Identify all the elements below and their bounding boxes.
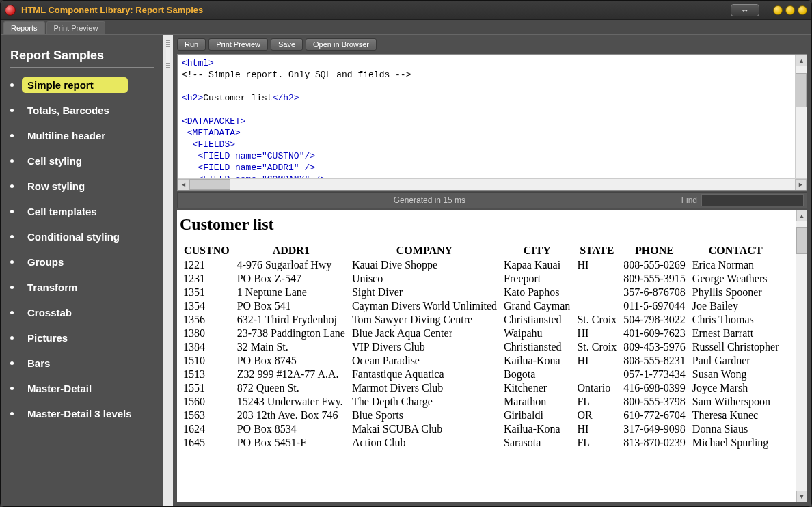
sidebar-item[interactable]: Transform [10,279,154,295]
bullet-icon [10,134,14,137]
cell: St. Croix [573,340,620,354]
cell: 1624 [180,422,234,436]
cell: 4-976 Sugarloaf Hwy [234,258,349,272]
cell: 011-5-697044 [620,299,689,313]
cell: Makai SCUBA Club [349,422,500,436]
sidebar-item[interactable]: Groups [10,254,154,270]
table-row: 1510PO Box 8745Ocean ParadiseKailua-Kona… [180,354,783,368]
sidebar-item-label: Master-Detail 3 levels [22,406,137,422]
tab-print-preview[interactable]: Print Preview [46,21,106,34]
cell: 1510 [180,354,234,368]
vscroll-thumb[interactable] [796,73,807,107]
tabbar: Reports Print Preview [1,20,811,35]
sidebar-item[interactable]: Row styling [10,178,154,194]
table-row: 1356632-1 Third FrydenhojTom Sawyer Divi… [180,313,783,327]
cell: HI [573,258,620,272]
cell: Blue Sports [349,409,500,422]
cell: 1 Neptune Lane [234,286,349,299]
cell: Cayman Divers World Unlimited [349,299,500,313]
sidebar-item-label: Cell templates [22,204,103,219]
sidebar-item[interactable]: Bars [10,355,154,371]
code-vscroll[interactable]: ▲ [795,55,807,178]
sidebar-item[interactable]: Cell styling [10,153,154,169]
cell: PO Box 5451-F [234,436,349,450]
table-row: 138432 Main St.VIP Divers ClubChristians… [180,340,783,354]
table-row: 12214-976 Sugarloaf HwyKauai Dive Shoppe… [180,258,783,272]
find-input[interactable] [701,194,804,206]
cell: Joe Bailey [689,299,783,313]
bullet-icon [10,311,14,314]
sidebar-item[interactable]: Crosstab [10,305,154,320]
close-icon[interactable] [798,5,807,15]
tab-reports[interactable]: Reports [3,21,45,34]
table-row: 1513Z32 999 #12A-77 A.A.Fantastique Aqua… [180,368,783,381]
cell: 1380 [180,327,234,340]
cell [573,272,620,286]
cell: Kauai Dive Shoppe [349,258,500,272]
cell: 872 Queen St. [234,381,349,395]
table-row: 1645PO Box 5451-FAction ClubSarasotaFL81… [180,436,783,450]
cell: 808-555-0269 [620,258,689,272]
splitter-vertical[interactable] [163,35,173,506]
sidebar-item[interactable]: Pictures [10,330,154,346]
minimize-icon[interactable] [773,5,783,15]
sidebar-item[interactable]: Totals, Barcodes [10,102,154,118]
column-header: CONTACT [689,243,783,258]
sidebar-item[interactable]: Conditional styling [10,229,154,245]
sidebar-item-label: Groups [22,254,69,270]
window: HTML Component Library: Report Samples ↔… [0,0,812,507]
sidebar-item[interactable]: Master-Detail [10,381,154,396]
sidebar-item[interactable]: Master-Detail 3 levels [10,406,154,422]
report-title: Customer list [180,215,793,234]
cell [573,299,620,313]
scroll-up-icon[interactable]: ▲ [796,55,807,66]
cell: Kapaa Kauai [500,258,573,272]
status-generated: Generated in 15 ms [178,195,681,205]
expand-button[interactable]: ↔ [731,4,759,16]
preview-vscroll[interactable]: ▲ ▼ [796,210,807,502]
run-button[interactable]: Run [177,38,206,51]
sidebar-item-label: Pictures [22,330,73,346]
sidebar-item[interactable]: Simple report [10,77,154,93]
cell: Russell Christopher [689,340,783,354]
sidebar-item[interactable]: Cell templates [10,204,154,219]
scroll-down-icon[interactable]: ▼ [796,491,807,502]
cell: FL [573,436,620,450]
titlebar[interactable]: HTML Component Library: Report Samples ↔ [1,1,811,20]
cell: 1551 [180,381,234,395]
vscroll-thumb[interactable] [796,227,807,254]
code-editor[interactable]: <html> <!-- Simple report. Only SQL and … [177,54,807,191]
cell: 203 12th Ave. Box 746 [234,409,349,422]
scroll-up-icon[interactable]: ▲ [796,210,807,221]
sidebar-item-label: Simple report [22,77,128,93]
code-hscroll[interactable]: ◄ ► [178,178,807,190]
cell: Blue Jack Aqua Center [349,327,500,340]
cell: 23-738 Paddington Lane [234,327,349,340]
cell: 15243 Underwater Fwy. [234,395,349,409]
cell: Christiansted [500,340,573,354]
scroll-right-icon[interactable]: ► [795,179,807,191]
cell: 610-772-6704 [620,409,689,422]
column-header: CITY [500,243,573,258]
sidebar-item-label: Totals, Barcodes [22,102,115,118]
cell: 1563 [180,409,234,422]
cell: VIP Divers Club [349,340,500,354]
cell: Fantastique Aquatica [349,368,500,381]
maximize-icon[interactable] [785,5,795,15]
cell: Action Club [349,436,500,450]
scroll-left-icon[interactable]: ◄ [178,179,189,191]
cell: 813-870-0239 [620,436,689,450]
print-preview-button[interactable]: Print Preview [208,38,268,51]
cell: Tom Sawyer Diving Centre [349,313,500,327]
table-row: 1551872 Queen St.Marmot Divers ClubKitch… [180,381,783,395]
table-row: 13511 Neptune LaneSight DiverKato Paphos… [180,286,783,299]
cell: The Depth Charge [349,395,500,409]
report-table: CUSTNOADDR1COMPANYCITYSTATEPHONECONTACT … [180,243,783,450]
cell: Freeport [500,272,573,286]
table-row: 1563203 12th Ave. Box 746Blue SportsGiri… [180,409,783,422]
sidebar-item[interactable]: Multiline header [10,128,154,143]
cell: Ontario [573,381,620,395]
open-in-browser-button[interactable]: Open in Browser [306,38,377,51]
save-button[interactable]: Save [271,38,303,51]
hscroll-thumb[interactable] [189,179,230,190]
